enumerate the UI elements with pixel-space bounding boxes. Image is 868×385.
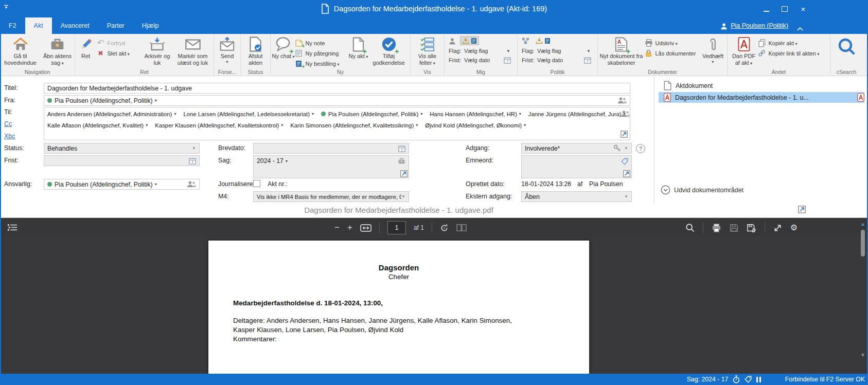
to-field[interactable]: Anders Andersen (Afdelingschef, Administ… <box>44 107 630 140</box>
new-chat-button[interactable]: + Ny chat <box>272 35 295 67</box>
lock-documents-button[interactable]: Lås dokumenter <box>645 49 699 58</box>
create-pdf-button[interactable]: Dan PDF af akt <box>730 35 758 67</box>
attach-case-icon[interactable] <box>398 157 405 165</box>
attach-button[interactable]: Vedhæft <box>699 35 727 67</box>
keywords-field[interactable] <box>521 155 632 178</box>
tab-parter[interactable]: Parter <box>98 17 133 34</box>
edit-button[interactable]: Ret <box>75 35 97 67</box>
add-approval-button[interactable]: + Tilføj godkendelse <box>369 35 409 67</box>
mark-unread-and-close-button[interactable]: Markér som ulæst og luk <box>172 35 214 67</box>
recipient[interactable]: Anders Andersen (Afdelingschef, Administ… <box>47 111 176 117</box>
tab-akt[interactable]: Akt <box>25 17 52 34</box>
send-button[interactable]: Send <box>216 35 239 67</box>
unit-flag-quick-buttons[interactable] <box>534 36 553 45</box>
go-to-main-window-button[interactable]: Gå til hovedvindue <box>1 35 41 67</box>
open-preview-in-window-icon[interactable] <box>798 205 806 214</box>
personal-choose-date[interactable]: Vælg dato <box>464 57 504 63</box>
calendar-icon[interactable] <box>398 144 405 152</box>
expand-case-field-icon[interactable] <box>400 169 408 178</box>
case-field[interactable]: 2024 - 17 <box>253 155 409 178</box>
calendar-icon[interactable] <box>584 57 593 64</box>
recipient[interactable]: Karin Simonsen (Afdelingschef, Kvalitets… <box>290 122 418 129</box>
unit-choose-flag[interactable]: Vælg flag <box>537 48 584 54</box>
tab-f2[interactable]: F2 <box>0 17 25 34</box>
recipient[interactable]: Hans Hansen (Afdelingschef, HR) <box>430 111 521 117</box>
from-field[interactable]: Pia Poulsen (Afdelingschef, Politik) <box>44 95 630 106</box>
finish-record-button[interactable]: Afslut akten <box>243 35 268 67</box>
fullscreen-icon[interactable] <box>773 223 782 232</box>
doc-item-pdf-selected[interactable]: Dagsorden for Medarbejderfastholdelse - … <box>659 92 864 103</box>
status-select[interactable]: Behandles▼ <box>44 143 200 154</box>
close-button[interactable]: × <box>794 0 812 17</box>
external-access-select[interactable]: Åben▼ <box>521 191 632 202</box>
deadline-field[interactable] <box>44 155 200 166</box>
pdf-scrollbar[interactable]: ▲ ▼ <box>860 221 866 371</box>
zoom-out-button[interactable]: − <box>334 223 340 232</box>
copy-record-button[interactable]: Kopiér akt <box>758 39 828 47</box>
tag-icon[interactable] <box>745 376 752 383</box>
letter-date-field[interactable] <box>253 143 409 154</box>
journalized-checkbox[interactable] <box>253 180 260 187</box>
responsible-field[interactable]: Pia Poulsen (Afdelingschef, Politik) <box>44 179 200 190</box>
search-icon[interactable] <box>685 223 695 232</box>
minimize-button[interactable] <box>757 0 775 17</box>
unit-flag-dropdown-icon[interactable]: ▼ <box>584 49 593 53</box>
expand-to-field-icon[interactable] <box>621 129 628 138</box>
user-link[interactable]: Pia Poulsen (Politik) <box>731 22 788 29</box>
new-annotation-button[interactable]: Ny påtegning <box>295 49 348 58</box>
access-select[interactable]: Involverede* ▼ <box>521 143 632 154</box>
recipient[interactable]: Lone Larsen (Afdelingschef, Ledelsessekr… <box>183 111 314 117</box>
title-input[interactable] <box>44 83 630 94</box>
scrollbar-thumb[interactable] <box>861 230 865 256</box>
pause-icon[interactable] <box>756 377 761 382</box>
expand-keywords-field-icon[interactable] <box>623 169 630 178</box>
archive-and-close-button[interactable]: Arkivér og luk <box>143 35 172 67</box>
fit-width-icon[interactable] <box>360 223 371 232</box>
tag-icon[interactable] <box>621 157 628 165</box>
recipient[interactable]: Kasper Klausen (Afdelingschef, Kvalitets… <box>155 122 283 129</box>
csearch-button[interactable] <box>834 35 859 67</box>
zoom-in-button[interactable]: + <box>347 223 352 232</box>
new-record-button[interactable]: + Ny akt <box>348 35 369 67</box>
expand-document-area-button[interactable]: Udvid dokumentområdet <box>661 185 743 195</box>
copy-link-button[interactable]: Kopiér link til akten <box>758 49 828 58</box>
recipient[interactable]: Pia Poulsen (Afdelingschef, Politik) <box>321 111 422 117</box>
doc-item-aktdokument[interactable]: Aktdokument <box>659 80 864 91</box>
show-all-fields-button[interactable]: Vis alle felter <box>413 35 442 67</box>
rotate-page-icon[interactable] <box>440 223 449 232</box>
xbc-link[interactable]: Xbc <box>4 133 15 140</box>
save-as-icon[interactable] <box>747 223 756 232</box>
new-request-button[interactable]: + Ny bestilling <box>295 59 348 68</box>
open-case-button[interactable]: Åbn aktens sag <box>41 35 75 67</box>
scroll-down-icon[interactable]: ▼ <box>860 352 865 358</box>
print-icon[interactable] <box>712 223 721 232</box>
personal-choose-flag[interactable]: Vælg flag <box>464 48 504 54</box>
personal-flag-dropdown-icon[interactable]: ▼ <box>504 49 513 53</box>
recipient[interactable]: Kalle Aflason (Afdelingschef, Kvalitet) <box>47 122 148 129</box>
scroll-up-icon[interactable]: ▲ <box>860 221 865 227</box>
statusbar-case[interactable]: Sag: 2024 - 17 <box>687 376 729 383</box>
cc-link[interactable]: Cc <box>4 120 12 127</box>
stopwatch-icon[interactable] <box>733 375 740 383</box>
unit-choose-date[interactable]: Vælg dato <box>537 57 584 63</box>
maximize-button[interactable] <box>775 0 794 17</box>
people-picker-icon[interactable] <box>187 180 196 188</box>
calendar-icon[interactable] <box>504 57 513 64</box>
tab-avanceret[interactable]: Avanceret <box>52 17 98 34</box>
calendar-icon[interactable] <box>189 157 196 164</box>
m4-select[interactable]: Vis ikke i MR4 Basis for medlemmer, der … <box>253 191 409 202</box>
recipient[interactable]: Øjvind Kold (Afdelingschef, Økonomi) <box>425 122 526 129</box>
personal-flag-quick-buttons[interactable] <box>460 36 479 45</box>
print-button[interactable]: Udskriv <box>645 39 699 47</box>
help-icon[interactable]: ? <box>636 144 645 153</box>
people-picker-icon[interactable] <box>621 109 630 118</box>
people-picker-icon[interactable] <box>617 97 627 104</box>
new-document-from-template-button[interactable]: + Nyt dokument fra skabeloner <box>598 35 645 67</box>
delete-record-button[interactable]: ✖ Slet akt <box>97 49 143 58</box>
collapse-ribbon-icon[interactable] <box>797 24 803 33</box>
tab-hjaelp[interactable]: Hjælp <box>133 17 168 34</box>
new-note-button[interactable]: + Ny note <box>295 39 348 47</box>
current-user-menu[interactable]: Pia Poulsen (Politik) <box>720 17 788 34</box>
pdf-outline-icon[interactable] <box>7 223 17 232</box>
settings-gear-icon[interactable]: ⚙ <box>790 223 798 232</box>
